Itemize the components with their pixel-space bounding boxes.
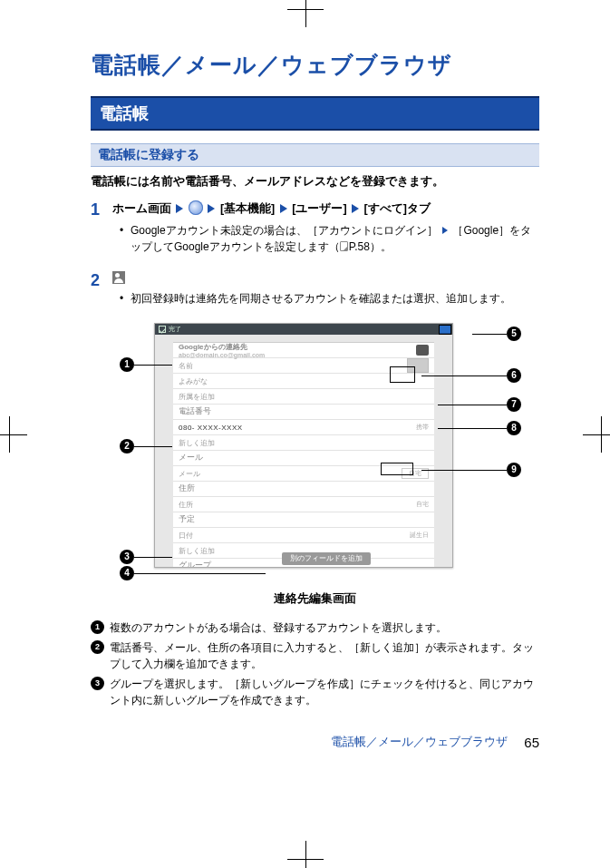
- row-yomigana-label: よみがな: [179, 376, 208, 386]
- sequence-arrow-icon: [442, 227, 448, 234]
- callout-line: [421, 375, 507, 376]
- step1-seg-basic: [基本機能]: [220, 202, 275, 215]
- step-number: 1: [91, 200, 112, 220]
- lead-paragraph: 電話帳には名前や電話番号、メールアドレスなどを登録できます。: [91, 174, 539, 190]
- callout-line: [438, 405, 507, 405]
- callout-badge-3: 3: [120, 550, 134, 564]
- figure-caption: 連絡先編集画面: [91, 591, 539, 607]
- callout-badge-7: 7: [507, 397, 521, 412]
- callout-badge-8: 8: [507, 421, 521, 435]
- row-date-right: 誕生日: [410, 531, 429, 540]
- account-header-row: Googleからの連絡先 abc@domain.co@gmail.com: [173, 343, 434, 358]
- step-number: 2: [91, 271, 112, 291]
- row-group-section-label: グループ: [179, 561, 211, 568]
- callout-box: [439, 325, 451, 335]
- step1-seg-user: [ユーザー]: [292, 202, 346, 215]
- page: 電話帳／メール／ウェブブラウザ 電話帳 電話帳に登録する 電話帳には名前や電話番…: [0, 0, 610, 786]
- step1-bullet-text-a: Googleアカウント未設定の場合は、［アカウントにログイン］: [131, 224, 438, 237]
- row-mail-section-label: メール: [179, 453, 203, 463]
- callout-line: [134, 573, 266, 574]
- chapter-title: 電話帳／メール／ウェブブラウザ: [91, 50, 539, 80]
- crop-mark: [0, 416, 27, 453]
- legend-text: グループを選択します。［新しいグループを作成］にチェックを付けると、同じアカウン…: [110, 676, 539, 708]
- sequence-arrow-icon: [280, 204, 287, 213]
- callout-line: [134, 557, 172, 558]
- account-header-title: Googleからの連絡先: [179, 342, 265, 352]
- callout-line: [438, 428, 507, 429]
- callout-badge-4: 4: [120, 566, 134, 580]
- legend-item: 3 グループを選択します。［新しいグループを作成］にチェックを付けると、同じアカ…: [91, 676, 539, 708]
- row-address-label: 住所: [179, 500, 193, 510]
- row-phone-section-label: 電話番号: [179, 406, 211, 417]
- apps-launcher-icon: [189, 200, 203, 215]
- row-add-new: 新しく追加: [173, 435, 434, 451]
- row-phone-right: 携帯: [416, 423, 429, 432]
- sequence-arrow-icon: [352, 204, 359, 213]
- row-address-right: 自宅: [416, 500, 429, 509]
- callout-line: [134, 365, 172, 366]
- crop-mark: [287, 0, 324, 27]
- step1-title-start: ホーム画面: [112, 202, 171, 215]
- row-add-new2-label: 新しく追加: [179, 546, 215, 556]
- legend-item: 1 複数のアカウントがある場合は、登録するアカウントを選択します。: [91, 619, 539, 636]
- callout-badge-2: 2: [120, 439, 134, 454]
- row-affiliation: 所属を追加: [173, 389, 434, 405]
- subsection-heading: 電話帳に登録する: [91, 143, 539, 167]
- section-heading: 電話帳: [91, 96, 539, 131]
- row-phone-value: 080- XXXX-XXXX: [179, 424, 243, 432]
- sequence-arrow-icon: [208, 204, 215, 213]
- footer-page-number: 65: [524, 735, 539, 750]
- row-add-new-label: 新しく追加: [179, 438, 215, 448]
- status-bar-label: 完了: [169, 325, 181, 334]
- footer-running-title: 電話帳／メール／ウェブブラウザ: [331, 734, 508, 750]
- account-header-email: abc@domain.co@gmail.com: [179, 352, 265, 358]
- callout-box: [381, 463, 413, 475]
- figure-contact-edit: 完了 Googleからの連絡先 abc@domain.co@gmail.com …: [91, 323, 539, 586]
- sequence-arrow-icon: [176, 204, 183, 213]
- row-address-section: 住所: [173, 482, 434, 497]
- row-affiliation-label: 所属を追加: [179, 392, 215, 402]
- footer: 電話帳／メール／ウェブブラウザ 65: [91, 734, 539, 750]
- callout-badge-6: 6: [507, 368, 521, 383]
- callout-box: [390, 366, 415, 383]
- add-field-button: 別のフィールドを追加: [282, 552, 371, 565]
- callout-line: [421, 470, 507, 471]
- contacts-app-icon: [112, 271, 125, 284]
- callout-line: [134, 446, 172, 447]
- row-phone: 080- XXXX-XXXX 携帯: [173, 420, 434, 435]
- callout-badge-5: 5: [507, 327, 521, 341]
- legend-item: 2 電話番号、メール、住所の各項目に入力すると、［新しく追加］が表示されます。タ…: [91, 639, 539, 672]
- row-date-label: 日付: [179, 531, 193, 541]
- legend-number: 1: [91, 620, 104, 634]
- step-1: 1 ホーム画面 [基本機能] [ユーザー] [すべて]タブ Googleアカウン…: [91, 200, 539, 260]
- row-phone-section: 電話番号: [173, 405, 434, 420]
- page-reference-icon: [340, 241, 348, 251]
- account-dropdown-icon: [416, 345, 429, 356]
- step1-bullet-pageref: P.58）。: [349, 240, 392, 253]
- crop-mark: [287, 841, 324, 868]
- legend-list: 1 複数のアカウントがある場合は、登録するアカウントを選択します。 2 電話番号…: [91, 619, 539, 708]
- legend-number: 3: [91, 677, 104, 690]
- row-name-label: 名前: [179, 361, 193, 371]
- step1-bullet: Googleアカウント未設定の場合は、［アカウントにログイン］ ［Google］…: [131, 222, 539, 255]
- step1-seg-all-tab: [すべて]タブ: [364, 202, 431, 215]
- legend-number: 2: [91, 640, 104, 654]
- row-date: 日付 誕生日: [173, 528, 434, 543]
- legend-text: 電話番号、メール、住所の各項目に入力すると、［新しく追加］が表示されます。タップ…: [110, 639, 539, 672]
- row-mail-label: メール: [179, 469, 200, 479]
- callout-badge-9: 9: [507, 463, 521, 477]
- row-event-section: 予定: [173, 512, 434, 528]
- status-bar: 完了: [155, 324, 452, 335]
- phone-screenshot: 完了 Googleからの連絡先 abc@domain.co@gmail.com …: [154, 323, 453, 568]
- step2-bullet: 初回登録時は連絡先を同期させるアカウントを確認または選択、追加します。: [131, 290, 539, 307]
- crop-mark: [583, 416, 610, 453]
- row-address-section-label: 住所: [179, 483, 195, 494]
- row-event-section-label: 予定: [179, 514, 195, 525]
- callout-line: [472, 334, 507, 335]
- callout-badge-1: 1: [120, 357, 134, 372]
- step-2: 2 初回登録時は連絡先を同期させるアカウントを確認または選択、追加します。: [91, 271, 539, 312]
- legend-text: 複数のアカウントがある場合は、登録するアカウントを選択します。: [110, 619, 539, 636]
- done-check-icon: [159, 326, 166, 333]
- row-address: 住所 自宅: [173, 497, 434, 512]
